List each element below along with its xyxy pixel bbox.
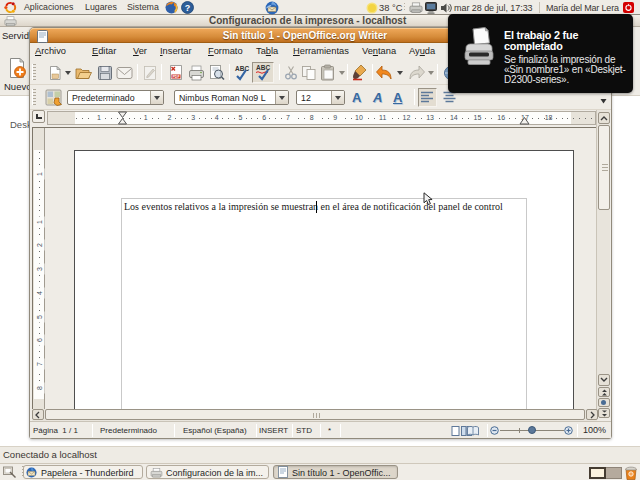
svg-text:ABC: ABC	[256, 64, 270, 71]
svg-text:PDF: PDF	[172, 75, 180, 79]
svg-text:ABC: ABC	[235, 65, 249, 72]
svg-text:?: ?	[185, 3, 191, 13]
